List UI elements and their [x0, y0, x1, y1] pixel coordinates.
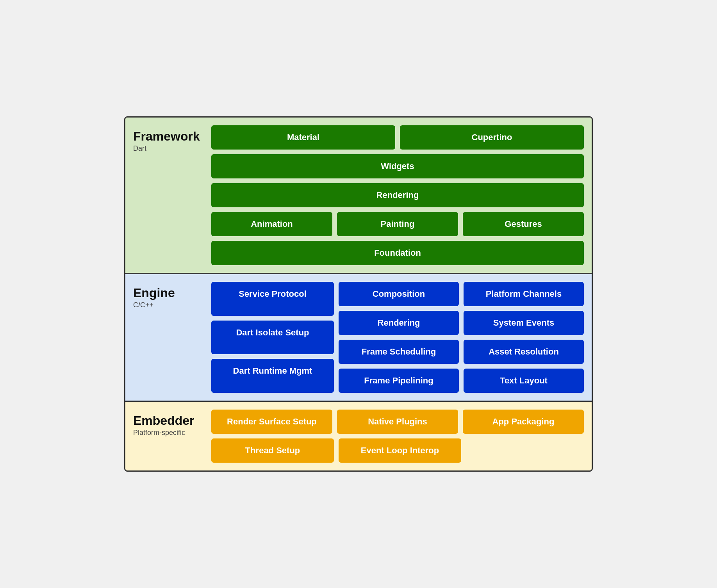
framework-subtitle: Dart — [133, 144, 207, 153]
engine-right-row-2: Rendering System Events — [339, 311, 584, 335]
foundation-button: Foundation — [211, 241, 584, 265]
engine-right-row-3: Frame Scheduling Asset Resolution — [339, 340, 584, 364]
engine-right-row-4: Frame Pipelining Text Layout — [339, 369, 584, 393]
engine-content: Service Protocol Dart Isolate Setup Dart… — [211, 282, 584, 393]
engine-section: Engine C/C++ Service Protocol Dart Isola… — [125, 274, 592, 402]
embedder-section: Embedder Platform-specific Render Surfac… — [125, 402, 592, 470]
native-plugins-button: Native Plugins — [337, 410, 458, 434]
animation-button: Animation — [211, 212, 332, 236]
embedder-row-1: Render Surface Setup Native Plugins App … — [211, 410, 584, 434]
flutter-architecture-diagram: Framework Dart Material Cupertino Widget… — [124, 116, 593, 472]
rendering-button-fw: Rendering — [211, 183, 584, 207]
framework-row-5: Foundation — [211, 241, 584, 265]
dart-isolate-setup-button: Dart Isolate Setup — [211, 321, 334, 355]
framework-title: Framework — [133, 129, 207, 144]
embedder-content: Render Surface Setup Native Plugins App … — [211, 410, 584, 463]
framework-row-4: Animation Painting Gestures — [211, 212, 584, 236]
embedder-subtitle: Platform-specific — [133, 429, 207, 437]
framework-content: Material Cupertino Widgets Rendering Ani… — [211, 125, 584, 265]
cupertino-button: Cupertino — [400, 125, 584, 150]
framework-section: Framework Dart Material Cupertino Widget… — [125, 118, 592, 274]
engine-right-row-1: Composition Platform Channels — [339, 282, 584, 306]
framework-label: Framework Dart — [133, 125, 211, 265]
dart-runtime-mgmt-button: Dart Runtime Mgmt — [211, 359, 334, 393]
render-surface-setup-button: Render Surface Setup — [211, 410, 332, 434]
frame-pipelining-button: Frame Pipelining — [339, 369, 459, 393]
system-events-button: System Events — [464, 311, 584, 335]
engine-title: Engine — [133, 286, 207, 300]
platform-channels-button: Platform Channels — [464, 282, 584, 306]
engine-label: Engine C/C++ — [133, 282, 211, 393]
event-loop-interop-button: Event Loop Interop — [339, 438, 461, 463]
app-packaging-button: App Packaging — [463, 410, 584, 434]
framework-row-1: Material Cupertino — [211, 125, 584, 150]
engine-right-cols: Composition Platform Channels Rendering … — [339, 282, 584, 393]
material-button: Material — [211, 125, 395, 150]
asset-resolution-button: Asset Resolution — [464, 340, 584, 364]
engine-subtitle: C/C++ — [133, 301, 207, 309]
embedder-title: Embedder — [133, 413, 207, 428]
framework-row-2: Widgets — [211, 154, 584, 178]
service-protocol-button: Service Protocol — [211, 282, 334, 316]
frame-scheduling-button: Frame Scheduling — [339, 340, 459, 364]
embedder-label: Embedder Platform-specific — [133, 410, 211, 463]
embedder-row-2: Thread Setup Event Loop Interop — [211, 438, 584, 463]
rendering-engine-button: Rendering — [339, 311, 459, 335]
widgets-button: Widgets — [211, 154, 584, 178]
text-layout-button: Text Layout — [464, 369, 584, 393]
engine-left-col: Service Protocol Dart Isolate Setup Dart… — [211, 282, 334, 393]
composition-button: Composition — [339, 282, 459, 306]
painting-button: Painting — [337, 212, 458, 236]
gestures-button: Gestures — [463, 212, 584, 236]
thread-setup-button: Thread Setup — [211, 438, 334, 463]
framework-row-3: Rendering — [211, 183, 584, 207]
